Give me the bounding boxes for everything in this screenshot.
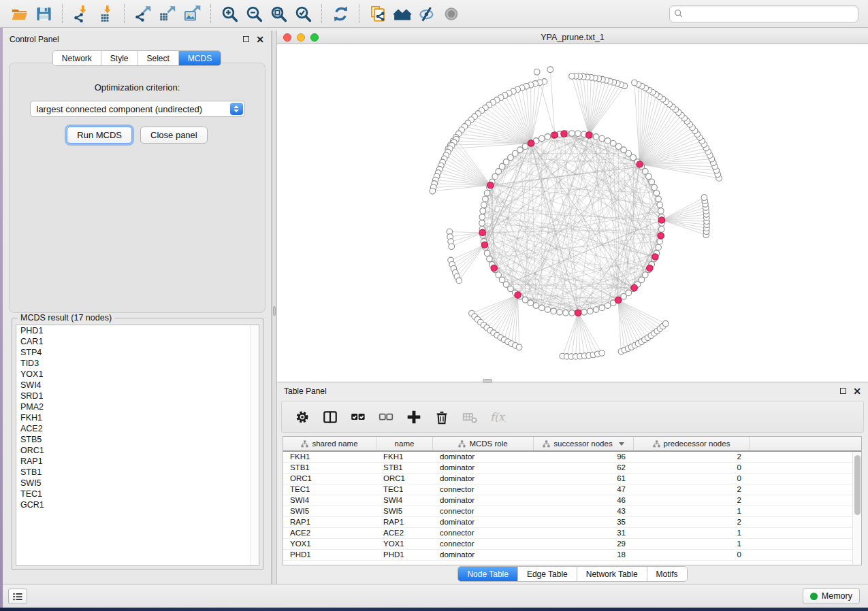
graph-node[interactable] [484, 250, 490, 257]
mcds-list-scrollbar[interactable] [250, 325, 259, 565]
mcds-result-item[interactable]: YOX1 [16, 369, 259, 380]
search-input[interactable] [684, 7, 858, 20]
graph-node[interactable] [522, 144, 528, 150]
graph-hub-node[interactable] [658, 217, 664, 223]
show-all-button[interactable] [439, 2, 464, 25]
column-header-name[interactable]: name [376, 437, 433, 450]
graph-node[interactable] [605, 303, 611, 309]
zoom-out-button[interactable] [242, 2, 266, 25]
mcds-result-item[interactable]: CAR1 [16, 336, 259, 347]
zoom-in-button[interactable] [217, 2, 242, 25]
graph-hub-node[interactable] [575, 310, 581, 316]
optimization-criterion-select[interactable]: largest connected component (undirected) [30, 101, 245, 117]
mcds-result-item[interactable]: STB5 [16, 434, 259, 445]
table-float-icon[interactable] [840, 388, 846, 394]
table-row[interactable]: STB1STB1dominator620 [283, 463, 852, 474]
import-network-button[interactable] [69, 2, 93, 25]
graph-node[interactable] [599, 305, 605, 311]
table-tab-network-table[interactable]: Network Table [577, 567, 647, 581]
tab-network[interactable]: Network [53, 51, 101, 65]
graph-node[interactable] [593, 307, 599, 313]
graph-node[interactable] [545, 307, 551, 313]
run-mcds-button[interactable]: Run MCDS [67, 127, 132, 144]
column-header-predecessor-nodes[interactable]: predecessor nodes [634, 437, 750, 450]
graph-leaf-node[interactable] [599, 350, 605, 357]
graph-node[interactable] [563, 310, 569, 316]
graph-node[interactable] [657, 202, 663, 208]
graph-node[interactable] [658, 227, 664, 233]
graph-node[interactable] [593, 134, 599, 140]
graph-node[interactable] [599, 135, 605, 142]
export-network-button[interactable] [131, 2, 155, 25]
graph-node[interactable] [533, 303, 539, 309]
zoom-selected-button[interactable] [291, 2, 315, 25]
close-panel-icon[interactable]: ✕ [256, 35, 264, 44]
graph-node[interactable] [575, 131, 581, 137]
graph-hub-node[interactable] [652, 254, 658, 260]
table-row[interactable]: SWI5SWI5connector431 [283, 506, 852, 517]
export-image-button[interactable] [180, 2, 204, 25]
graph-node[interactable] [569, 310, 575, 316]
column-header-shared-name[interactable]: shared name [283, 437, 376, 450]
graph-hub-node[interactable] [491, 265, 497, 271]
network-canvas[interactable] [277, 44, 868, 382]
hide-selected-button[interactable] [415, 2, 439, 25]
mcds-result-item[interactable]: RAP1 [16, 456, 259, 467]
graph-node[interactable] [654, 191, 660, 197]
search-box[interactable] [669, 5, 858, 22]
memory-button[interactable]: Memory [803, 588, 860, 604]
graph-node[interactable] [605, 138, 611, 144]
graph-node[interactable] [656, 196, 662, 202]
graph-leaf-node[interactable] [449, 244, 455, 250]
graph-hub-node[interactable] [479, 229, 485, 235]
float-panel-icon[interactable] [243, 36, 249, 42]
mcds-result-item[interactable]: SRD1 [16, 391, 259, 401]
graph-node[interactable] [581, 310, 588, 316]
graph-leaf-node[interactable] [516, 344, 522, 350]
table-row[interactable]: ORC1ORC1dominator610 [283, 474, 852, 484]
graph-leaf-node[interactable] [632, 80, 638, 86]
mcds-result-item[interactable]: GCR1 [16, 499, 259, 510]
graph-leaf-node[interactable] [456, 278, 462, 284]
splitter-handle[interactable] [273, 306, 276, 316]
table-close-icon[interactable]: ✕ [853, 386, 861, 396]
graph-leaf-node[interactable] [569, 73, 575, 80]
column-header-mcds-role[interactable]: MCDS role [433, 437, 534, 450]
import-table-button[interactable] [93, 2, 118, 25]
graph-hub-node[interactable] [561, 131, 567, 137]
graph-node[interactable] [479, 220, 485, 227]
column-header-successor-nodes[interactable]: successor nodes [534, 437, 634, 450]
graph-node[interactable] [481, 202, 487, 208]
table-tab-motifs[interactable]: Motifs [647, 567, 687, 581]
graph-node[interactable] [479, 214, 485, 220]
mcds-result-item[interactable]: PMA2 [16, 401, 259, 412]
graph-node[interactable] [610, 141, 616, 147]
zoom-fit-button[interactable] [266, 2, 291, 25]
graph-node[interactable] [657, 239, 663, 245]
table-row[interactable]: TEC1TEC1connector472 [283, 484, 852, 495]
table-tab-node-table[interactable]: Node Table [458, 567, 518, 581]
table-tab-edge-table[interactable]: Edge Table [518, 567, 577, 581]
mcds-result-item[interactable]: SWI4 [16, 380, 259, 391]
graph-hub-node[interactable] [631, 284, 637, 291]
mcds-result-item[interactable]: TID3 [16, 358, 259, 369]
graph-node[interactable] [480, 208, 486, 214]
panel-splitter[interactable] [272, 31, 277, 584]
graph-node[interactable] [588, 308, 594, 314]
open-button[interactable] [7, 2, 31, 25]
graph-hub-node[interactable] [515, 292, 521, 298]
mcds-result-item[interactable]: ORC1 [16, 445, 259, 456]
graph-leaf-node[interactable] [663, 320, 669, 327]
tab-style[interactable]: Style [101, 51, 138, 65]
graph-hub-node[interactable] [481, 242, 487, 248]
first-neighbors-button[interactable] [390, 2, 415, 25]
graph-hub-node[interactable] [487, 182, 494, 188]
tab-select[interactable]: Select [138, 51, 179, 65]
save-button[interactable] [31, 2, 56, 25]
graph-leaf-node[interactable] [547, 67, 553, 73]
mcds-result-item[interactable]: ACE2 [16, 423, 259, 434]
table-row[interactable]: PHD1PHD1dominator180 [283, 550, 852, 561]
graph-node[interactable] [496, 169, 502, 175]
graph-leaf-node[interactable] [534, 69, 540, 76]
table-row[interactable]: YOX1YOX1connector291 [283, 539, 852, 550]
